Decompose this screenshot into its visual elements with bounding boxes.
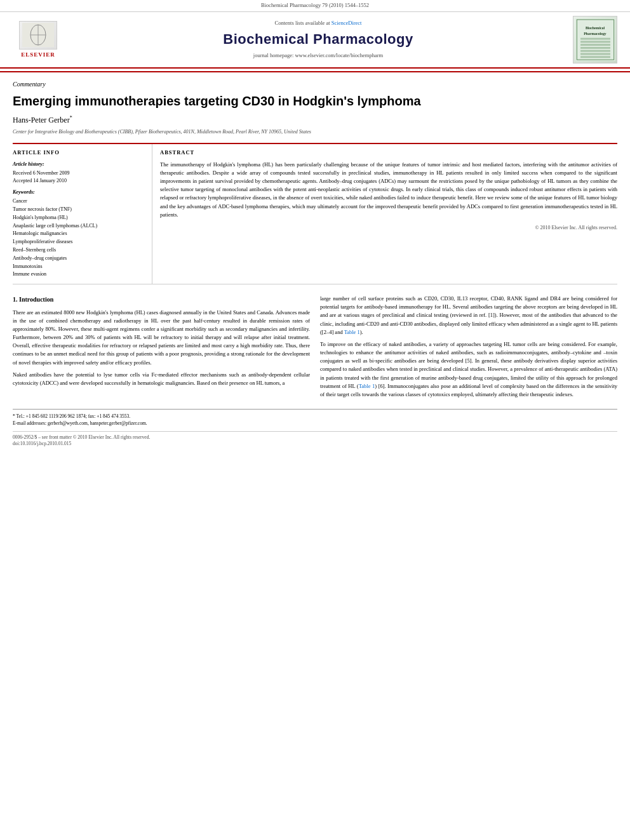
keyword-immunotoxins: Immunotoxins	[13, 263, 144, 271]
citation-text: Biochemical Pharmacology 79 (2010) 1544–…	[261, 2, 369, 8]
table1-link-2[interactable]: Table 1	[359, 383, 375, 389]
intro-para2: Naked antibodies have the potential to l…	[13, 371, 310, 387]
page: Biochemical Pharmacology 79 (2010) 1544–…	[0, 0, 630, 840]
svg-rect-9	[580, 41, 610, 43]
article-author: Hans-Peter Gerber*	[0, 112, 630, 127]
svg-text:Biochemical: Biochemical	[586, 26, 605, 30]
keywords-list: Cancer Tumor necrosis factor (TNF) Hodgk…	[13, 197, 144, 279]
elsevier-logo: ELSEVIER	[13, 21, 64, 59]
keyword-cancer: Cancer	[13, 197, 144, 206]
body-content: 1. Introduction There are an estimated 8…	[0, 288, 630, 403]
keyword-immune: Immune evasion	[13, 270, 144, 279]
article-info-panel: Article Info Article history: Received 6…	[13, 144, 152, 284]
body-column-right: large number of cell surface proteins su…	[320, 295, 617, 403]
keyword-hl: Hodgkin's lymphoma (HL)	[13, 214, 144, 222]
svg-rect-10	[580, 44, 610, 46]
table1-link-1[interactable]: Table 1	[344, 329, 360, 335]
svg-rect-14	[580, 56, 610, 58]
intro-para4: To improve on the efficacy of naked anti…	[320, 340, 617, 399]
svg-rect-11	[580, 47, 610, 49]
article-type: Commentary	[0, 75, 630, 90]
journal-title: Biochemical Pharmacology	[70, 30, 566, 50]
intro-para1: There are an estimated 8000 new Hodgkin'…	[13, 309, 310, 367]
svg-rect-8	[580, 38, 610, 40]
footer-section: * Tel.: +1 845 602 1119/206 962 1874; fa…	[13, 409, 617, 448]
journal-center: Contents lists available at ScienceDirec…	[64, 20, 573, 60]
red-divider-top	[0, 71, 630, 72]
footnote-email: E-mail addresses: gerberh@wyeth.com, han…	[13, 420, 617, 427]
sciencedirect-link[interactable]: ScienceDirect	[332, 20, 362, 26]
keywords-heading: Keywords:	[13, 189, 144, 196]
footnote-contact: * Tel.: +1 845 602 1119/206 962 1874; fa…	[13, 413, 617, 420]
footer-bottom: 0006-2952/$ – see front matter © 2010 El…	[13, 431, 617, 448]
section1-heading: 1. Introduction	[13, 295, 310, 305]
author-footnote-marker: *	[70, 115, 72, 121]
copyright-line: © 2010 Elsevier Inc. All rights reserved…	[160, 224, 617, 231]
svg-rect-12	[580, 50, 610, 52]
citation-line: Biochemical Pharmacology 79 (2010) 1544–…	[0, 0, 630, 12]
journal-homepage: journal homepage: www.elsevier.com/locat…	[70, 52, 566, 60]
body-column-left: 1. Introduction There are an estimated 8…	[13, 295, 310, 403]
journal-logo-image: Biochemical Pharmacology	[573, 16, 617, 63]
abstract-section: Abstract The immunotherapy of Hodgkin's …	[152, 144, 617, 284]
abstract-heading: Abstract	[160, 149, 617, 157]
intro-para3: large number of cell surface proteins su…	[320, 295, 617, 337]
article-history-heading: Article history:	[13, 161, 144, 168]
keyword-reed: Reed–Sternberg cells	[13, 246, 144, 255]
svg-rect-13	[580, 53, 610, 55]
keyword-alcl: Anaplastic large cell lymphomas (ALCL)	[13, 222, 144, 230]
article-info-heading: Article Info	[13, 149, 144, 157]
keyword-hematologic: Hematologic malignancies	[13, 230, 144, 238]
svg-text:Pharmacology: Pharmacology	[584, 32, 606, 36]
received-date: Received 6 November 2009	[13, 170, 144, 177]
accepted-date: Accepted 14 January 2010	[13, 177, 144, 185]
keyword-tnf: Tumor necrosis factor (TNF)	[13, 206, 144, 214]
article-title: Emerging immunotherapies targeting CD30 …	[0, 90, 630, 112]
abstract-text: The immunotherapy of Hodgkin's lymphoma …	[160, 161, 617, 219]
journal-header: ELSEVIER Contents lists available at Sci…	[0, 12, 630, 69]
article-affiliation: Center for Integrative Biology and Bioth…	[0, 127, 630, 139]
elsevier-logo-image	[19, 21, 57, 50]
info-section: Article Info Article history: Received 6…	[13, 143, 617, 284]
elsevier-wordmark: ELSEVIER	[21, 51, 55, 59]
footer-issn: 0006-2952/$ – see front matter © 2010 El…	[13, 434, 150, 448]
keyword-lympho: Lymphoproliferative diseases	[13, 238, 144, 246]
sciencedirect-line: Contents lists available at ScienceDirec…	[70, 20, 566, 27]
keyword-adc: Antibody–drug conjugates	[13, 255, 144, 263]
